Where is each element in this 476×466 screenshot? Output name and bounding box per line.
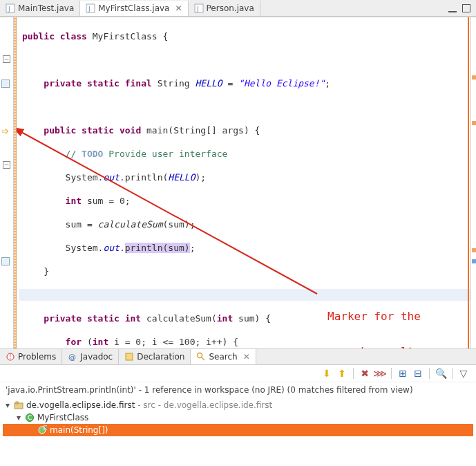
- code-editor: − − public class MyFirstClass { private …: [0, 17, 476, 348]
- javadoc-icon: @: [68, 352, 77, 362]
- tab-javadoc[interactable]: @ Javadoc: [62, 349, 119, 364]
- quickdiff-marker[interactable]: [0, 78, 11, 88]
- search-results-tree[interactable]: ▾ de.vogella.eclipse.ide.first - src - d…: [0, 398, 476, 440]
- svg-rect-14: [16, 402, 18, 404]
- tab-myfirstclass[interactable]: J MyFirstClass.java ✕: [80, 1, 188, 16]
- svg-text:!: !: [9, 353, 12, 360]
- close-icon[interactable]: ✕: [240, 352, 250, 362]
- svg-rect-4: [195, 4, 203, 12]
- svg-rect-2: [86, 4, 95, 12]
- close-icon[interactable]: ✕: [172, 3, 182, 13]
- fold-toggle[interactable]: −: [3, 55, 10, 63]
- tab-label: MainTest.java: [18, 3, 74, 13]
- tree-label: MyFirstClass: [37, 413, 88, 422]
- overview-ruler[interactable]: [470, 17, 476, 348]
- package-icon: [14, 400, 23, 410]
- bottom-tab-bar: ! Problems @ Javadoc Declaration Search …: [0, 348, 476, 365]
- code-area[interactable]: public class MyFirstClass { private stat…: [17, 17, 470, 348]
- tab-maintest[interactable]: J MainTest.java: [0, 1, 80, 16]
- tab-label: Declaration: [137, 352, 184, 362]
- left-ruler[interactable]: − −: [0, 17, 14, 348]
- remove-all-button[interactable]: ⋙: [374, 368, 385, 379]
- quickdiff-marker[interactable]: [0, 256, 11, 265]
- svg-rect-10: [126, 353, 133, 360]
- editor-tab-bar: J MainTest.java J MyFirstClass.java ✕ J …: [0, 0, 476, 17]
- tab-person[interactable]: J Person.java: [189, 1, 260, 16]
- collapse-all-button[interactable]: ⊟: [412, 368, 423, 379]
- svg-text:C: C: [28, 414, 32, 421]
- tree-row-class[interactable]: ▾ C MyFirstClass: [3, 411, 473, 424]
- remove-match-button[interactable]: ✖: [359, 368, 370, 379]
- right-edge-marker: [468, 17, 469, 348]
- svg-text:S: S: [44, 425, 47, 431]
- method-icon: S: [37, 425, 47, 435]
- tab-label: Person.java: [207, 3, 254, 13]
- tab-label: Search: [209, 352, 237, 362]
- twisty-icon[interactable]: ▾: [15, 413, 22, 422]
- svg-line-12: [202, 357, 204, 360]
- search-toolbar: ⬇ ⬆ ✖ ⋙ ⊞ ⊟ 🔍 ▽: [0, 365, 476, 382]
- tree-label: de.vogella.eclipse.ide.first - src - de.…: [26, 400, 272, 410]
- tab-label: Problems: [18, 352, 56, 362]
- fold-toggle[interactable]: −: [3, 161, 10, 169]
- tab-label: Javadoc: [80, 352, 113, 362]
- maximize-icon[interactable]: [462, 4, 470, 12]
- svg-rect-0: [6, 4, 15, 12]
- tree-row-method[interactable]: S main(String[]): [3, 424, 473, 436]
- search-summary: 'java.io.PrintStream.println(int)' - 1 r…: [0, 382, 476, 398]
- search-result-marker[interactable]: [1, 126, 11, 134]
- svg-text:J: J: [8, 6, 10, 12]
- svg-text:@: @: [68, 353, 76, 362]
- class-icon: C: [25, 413, 35, 422]
- prev-match-button[interactable]: ⬆: [336, 368, 348, 379]
- expand-all-button[interactable]: ⊞: [397, 368, 408, 379]
- tree-row-project[interactable]: ▾ de.vogella.eclipse.ide.first - src - d…: [3, 399, 473, 411]
- view-menu-button[interactable]: ▽: [458, 368, 469, 379]
- declaration-icon: [124, 352, 134, 362]
- java-file-icon: J: [86, 3, 95, 13]
- twisty-icon[interactable]: ▾: [4, 400, 11, 410]
- java-file-icon: J: [194, 3, 204, 13]
- tab-problems[interactable]: ! Problems: [0, 349, 62, 364]
- java-file-icon: J: [6, 3, 15, 13]
- search-icon: [196, 352, 206, 362]
- tree-label: main(String[]): [50, 425, 108, 435]
- tab-label: MyFirstClass.java: [98, 3, 169, 13]
- next-match-button[interactable]: ⬇: [321, 368, 332, 379]
- svg-text:J: J: [196, 6, 199, 12]
- tab-declaration[interactable]: Declaration: [119, 349, 191, 364]
- svg-point-11: [198, 353, 202, 358]
- svg-text:J: J: [88, 6, 91, 12]
- spacer: [28, 425, 35, 435]
- minimize-icon[interactable]: [448, 4, 457, 12]
- history-button[interactable]: 🔍: [435, 368, 446, 379]
- editor-window-controls: [448, 4, 476, 12]
- tab-search[interactable]: Search ✕: [191, 349, 256, 364]
- problems-icon: !: [6, 352, 15, 362]
